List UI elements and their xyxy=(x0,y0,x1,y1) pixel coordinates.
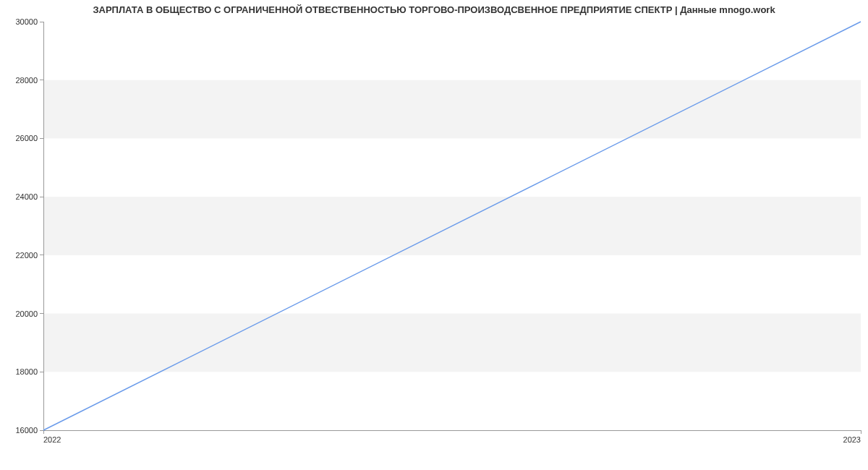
chart-title: ЗАРПЛАТА В ОБЩЕСТВО С ОГРАНИЧЕННОЙ ОТВЕС… xyxy=(0,4,868,15)
y-tick-label: 30000 xyxy=(15,17,38,26)
y-tick-label: 18000 xyxy=(15,367,38,376)
grid-band xyxy=(43,80,861,139)
y-tick-label: 26000 xyxy=(15,134,38,142)
chart-svg: 1600018000200002200024000260002800030000… xyxy=(0,0,868,470)
y-tick-label: 20000 xyxy=(15,309,38,318)
y-tick-label: 16000 xyxy=(15,426,38,435)
grid-band xyxy=(43,314,861,372)
y-tick-label: 24000 xyxy=(15,192,38,201)
x-tick-label: 2023 xyxy=(843,435,861,444)
y-tick-label: 28000 xyxy=(15,76,38,85)
y-tick-label: 22000 xyxy=(15,251,38,260)
chart-container: ЗАРПЛАТА В ОБЩЕСТВО С ОГРАНИЧЕННОЙ ОТВЕС… xyxy=(0,0,868,470)
x-tick-label: 2022 xyxy=(43,435,61,444)
